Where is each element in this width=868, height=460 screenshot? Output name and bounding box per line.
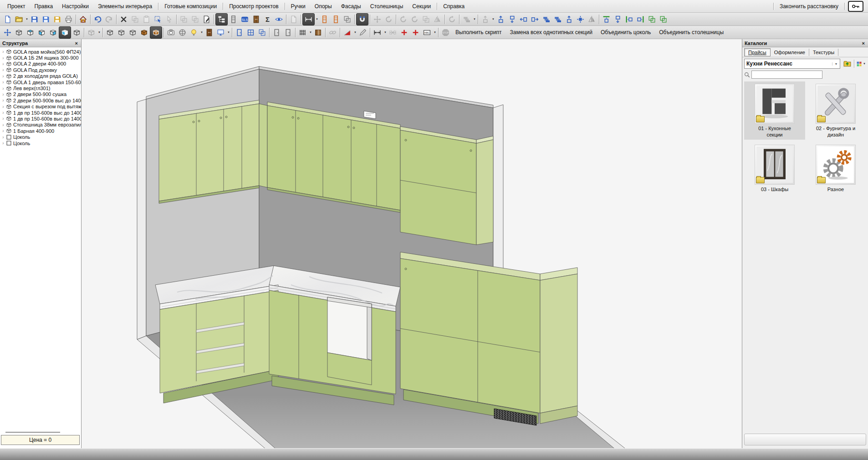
center-width-button[interactable]	[563, 14, 575, 25]
add-door-button[interactable]	[234, 27, 245, 38]
render-scene-button[interactable]	[177, 27, 188, 38]
center-depth-button[interactable]	[575, 14, 586, 25]
toolbar-text-button-1[interactable]: Замена всех однотипных секций	[506, 27, 597, 37]
expand-arrow-icon[interactable]: ›	[1, 135, 5, 140]
tree-item[interactable]: ›1 дв пр 150-600в выс до 1400	[1, 116, 81, 121]
sls-catalog-button[interactable]	[239, 14, 250, 25]
add-window-button[interactable]	[245, 27, 256, 38]
menu-item[interactable]: Ручки	[286, 2, 310, 11]
display-textured-button[interactable]	[138, 27, 150, 38]
catalog-thumbnail[interactable]	[816, 145, 856, 185]
mirror-button[interactable]	[432, 14, 443, 25]
pin-sections-button[interactable]	[330, 14, 342, 25]
dropdown-arrow-icon[interactable]: ▼	[25, 18, 29, 20]
move-object-button[interactable]	[372, 14, 383, 25]
menu-item[interactable]: Настройки	[57, 2, 93, 11]
dropdown-arrow-icon[interactable]: ▼	[315, 18, 319, 20]
catalog-item[interactable]: Разное	[805, 142, 866, 194]
wall-dimensions-button[interactable]	[372, 27, 383, 38]
tab-Оформление[interactable]: Оформление	[771, 49, 809, 56]
catalog-select[interactable]: Кухни Ренессанс ▼	[744, 59, 840, 69]
pan-view-button[interactable]	[2, 27, 13, 38]
menu-item[interactable]: Фасады	[337, 2, 366, 11]
save-as-button[interactable]	[40, 14, 51, 25]
toolbar-text-button-0[interactable]: Выполнить скрипт	[451, 27, 506, 37]
tree-item[interactable]: ›GOLA прав мойка(560 ФП24)	[1, 49, 81, 55]
catalog-item[interactable]: 01 - Кухонные секции	[744, 81, 805, 140]
send-backward-button[interactable]	[658, 14, 669, 25]
menu-item[interactable]: Секции	[408, 2, 435, 11]
to-wall-left-button[interactable]	[623, 14, 635, 25]
menu-item[interactable]: Элементы интерьера	[93, 2, 157, 11]
group-button[interactable]	[178, 14, 189, 25]
object-dimensions-button[interactable]	[387, 27, 398, 38]
expand-arrow-icon[interactable]: ›	[1, 98, 5, 103]
view-mode-button[interactable]: ▼	[856, 59, 866, 68]
display-textured-light-button[interactable]	[150, 26, 162, 39]
structure-tree-button[interactable]	[215, 13, 228, 25]
toolbar-text-button-2[interactable]: Объединить цоколь	[597, 27, 655, 37]
display-hidden-lines-button[interactable]	[116, 27, 127, 38]
menu-item[interactable]: Столешницы	[366, 2, 408, 11]
paste-button[interactable]	[141, 14, 152, 25]
text-labels-button[interactable]	[421, 27, 433, 38]
tree-item[interactable]: ›GOLA 2 двери 400-900	[1, 61, 81, 67]
replace-object-button[interactable]	[446, 14, 458, 25]
catalog-thumbnail[interactable]	[755, 145, 795, 185]
open-facades-button[interactable]	[271, 27, 282, 38]
view-perspective-button[interactable]	[59, 26, 71, 39]
tree-item[interactable]: ›GOLA 1 дверь правая 150-600	[1, 79, 81, 85]
swap-section-button[interactable]	[342, 14, 353, 25]
new-file-button[interactable]	[2, 14, 13, 25]
view-free-button[interactable]	[71, 27, 82, 38]
tree-item[interactable]: ›Столешница 38мм еврозапил	[1, 122, 81, 128]
toolbar-text-button-3[interactable]: Объединить столешницы	[655, 27, 728, 37]
view-front-button[interactable]	[36, 27, 47, 38]
expand-arrow-icon[interactable]: ›	[1, 116, 5, 121]
collapsed-panel-bar[interactable]	[744, 434, 866, 445]
tree-item[interactable]: ›1 Барная 400-900	[1, 128, 81, 134]
menu-item[interactable]: Просмотр проектов	[225, 2, 283, 11]
shift-left-button[interactable]	[518, 14, 529, 25]
display-shaded-button[interactable]	[127, 27, 138, 38]
dropdown-arrow-icon[interactable]: ▼	[227, 31, 230, 34]
report-button[interactable]	[288, 14, 299, 25]
tree-item[interactable]: ›2 двери 500-900в выс до 1400	[1, 97, 81, 103]
shift-right-button[interactable]	[529, 14, 541, 25]
dropdown-arrow-icon[interactable]: ▼	[473, 18, 476, 20]
dropdown-arrow-icon[interactable]: ▼	[309, 31, 312, 34]
duplicate-button[interactable]	[420, 14, 432, 25]
add-node-button[interactable]	[398, 27, 410, 38]
dropdown-arrow-icon[interactable]: ▼	[491, 18, 495, 20]
align-bottom-button[interactable]	[506, 14, 518, 25]
tree-item[interactable]: ›Лев верх(гл301)	[1, 85, 81, 91]
rotate-left-button[interactable]	[398, 14, 409, 25]
save-button[interactable]	[29, 14, 40, 25]
expand-arrow-icon[interactable]: ›	[1, 67, 5, 72]
export-image-button[interactable]	[51, 14, 63, 25]
expand-arrow-icon[interactable]: ›	[1, 49, 5, 54]
cabinet-button[interactable]	[250, 14, 262, 25]
select-region-button[interactable]	[152, 14, 163, 25]
stack-left-button[interactable]	[541, 14, 552, 25]
stack-right-button[interactable]	[552, 14, 563, 25]
redo-button[interactable]	[103, 14, 115, 25]
expand-arrow-icon[interactable]: ›	[1, 128, 5, 133]
expand-arrow-icon[interactable]: ›	[1, 110, 5, 115]
tree-item[interactable]: ›Цоколь	[1, 134, 81, 140]
cut-button[interactable]	[118, 14, 129, 25]
door-swing-button[interactable]	[282, 27, 294, 38]
close-icon[interactable]: ×	[861, 40, 866, 46]
pick-material-button[interactable]	[357, 27, 368, 38]
expand-arrow-icon[interactable]: ›	[1, 141, 5, 146]
to-floor-button[interactable]	[612, 14, 623, 25]
tree-item[interactable]: ›Секция с вырезом под вытяжк	[1, 104, 81, 110]
rotate-45-button[interactable]	[586, 14, 597, 25]
tree-item[interactable]: ›Цоколь	[1, 140, 81, 146]
render-photo-button[interactable]	[165, 27, 177, 38]
dropdown-arrow-icon[interactable]: ▼	[433, 31, 437, 34]
expand-arrow-icon[interactable]: ›	[1, 80, 5, 85]
rotate-object-button[interactable]	[383, 14, 394, 25]
estimate-sum-button[interactable]	[262, 14, 273, 25]
to-wall-top-button[interactable]	[601, 14, 612, 25]
